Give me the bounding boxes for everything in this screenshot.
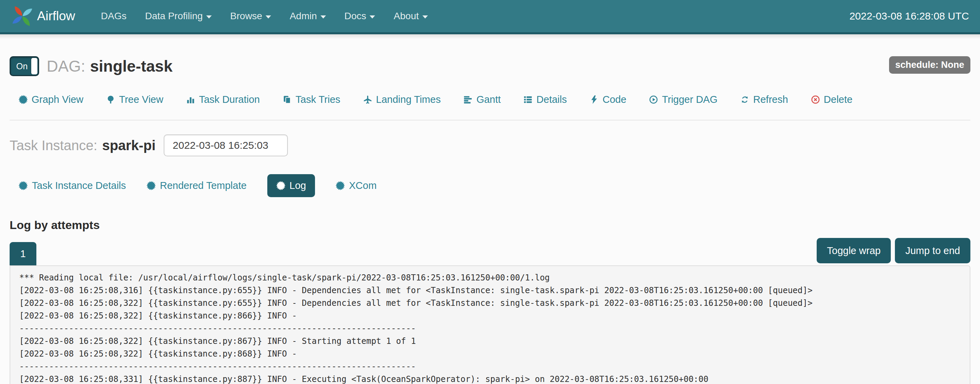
caret-down-icon <box>320 16 326 19</box>
dag-title-prefix: DAG: <box>47 57 85 75</box>
log-output[interactable]: *** Reading local file: /usr/local/airfl… <box>10 265 970 384</box>
refresh-icon <box>740 95 749 104</box>
nav-item-data-profiling[interactable]: Data Profiling <box>136 11 221 22</box>
log-attempts-toolbar: 1 Toggle wrap Jump to end <box>10 239 970 265</box>
log-line: [2022-03-08 16:25:08,322] {{taskinstance… <box>19 309 961 322</box>
toggle-knob <box>31 58 37 75</box>
nav-item-admin[interactable]: Admin <box>280 11 335 22</box>
log-line: [2022-03-08 16:25:08,331] {{taskinstance… <box>19 373 961 384</box>
x-circle-icon <box>811 95 820 104</box>
burst-icon <box>276 181 285 190</box>
log-by-attempts-heading: Log by attempts <box>10 218 970 232</box>
execution-date-input[interactable] <box>164 135 288 156</box>
dag-name: single-task <box>90 57 172 75</box>
play-circle-icon <box>649 95 658 104</box>
brand-name: Airflow <box>37 9 75 23</box>
tab-log[interactable]: Log <box>267 174 315 197</box>
log-line: ----------------------------------------… <box>19 360 961 373</box>
task-instance-tabs: Task Instance Details Rendered Template … <box>10 174 970 197</box>
top-navbar: Airflow DAGs Data Profiling Browse Admin… <box>0 0 980 34</box>
task-instance-label: Task Instance: <box>10 138 97 153</box>
tab-rendered-template[interactable]: Rendered Template <box>146 180 247 191</box>
burst-icon <box>19 95 28 104</box>
task-instance-row: Task Instance: spark-pi <box>10 135 970 156</box>
tab-tree-view[interactable]: Tree View <box>106 94 163 105</box>
tab-gantt[interactable]: Gantt <box>463 94 501 105</box>
log-line: [2022-03-08 16:25:08,316] {{taskinstance… <box>19 284 961 297</box>
nav-item-docs[interactable]: Docs <box>335 11 385 22</box>
navbar-shadow <box>0 34 980 39</box>
task-instance-name: spark-pi <box>102 138 156 153</box>
main-content: On DAG: single-task schedule: None Graph… <box>0 39 980 384</box>
dag-on-off-toggle[interactable]: On <box>10 56 39 76</box>
airflow-brand[interactable]: Airflow <box>11 5 75 27</box>
tab-xcom[interactable]: XCom <box>336 180 377 191</box>
caret-down-icon <box>266 16 271 19</box>
tab-graph-view[interactable]: Graph View <box>19 94 83 105</box>
divider <box>10 120 970 121</box>
log-line: ----------------------------------------… <box>19 322 961 335</box>
schedule-badge: schedule: None <box>889 56 970 74</box>
main-nav: DAGs Data Profiling Browse Admin Docs Ab… <box>92 11 437 22</box>
tab-task-instance-details[interactable]: Task Instance Details <box>19 180 126 191</box>
tab-code[interactable]: Code <box>590 94 626 105</box>
log-line: [2022-03-08 16:25:08,322] {{taskinstance… <box>19 335 961 348</box>
page-title: DAG: single-task <box>47 57 173 75</box>
log-line: [2022-03-08 16:25:08,322] {{taskinstance… <box>19 297 961 309</box>
tab-task-tries[interactable]: Task Tries <box>282 94 340 105</box>
burst-icon <box>19 181 28 190</box>
nav-item-dags[interactable]: DAGs <box>92 11 136 22</box>
copy-icon <box>282 95 292 104</box>
plane-icon <box>363 95 372 104</box>
tab-details[interactable]: Details <box>523 94 567 105</box>
button-delete[interactable]: Delete <box>811 94 853 105</box>
align-left-icon <box>463 95 473 104</box>
log-buttons: Toggle wrap Jump to end <box>817 238 970 263</box>
dag-header: On DAG: single-task schedule: None <box>10 56 970 76</box>
nav-item-browse[interactable]: Browse <box>221 11 280 22</box>
th-list-icon <box>523 95 533 104</box>
jump-to-end-button[interactable]: Jump to end <box>895 238 970 263</box>
caret-down-icon <box>206 16 212 19</box>
button-refresh[interactable]: Refresh <box>740 94 788 105</box>
airflow-pinwheel-logo-icon <box>11 5 33 27</box>
tab-task-duration[interactable]: Task Duration <box>186 94 260 105</box>
toggle-wrap-button[interactable]: Toggle wrap <box>817 238 891 263</box>
log-line: *** Reading local file: /usr/local/airfl… <box>19 271 961 284</box>
bar-chart-icon <box>186 95 195 104</box>
burst-icon <box>336 181 345 190</box>
utc-clock: 2022-03-08 16:28:08 UTC <box>849 10 969 22</box>
bolt-icon <box>590 95 599 104</box>
caret-down-icon <box>369 16 375 19</box>
nav-item-about[interactable]: About <box>384 11 437 22</box>
tab-landing-times[interactable]: Landing Times <box>363 94 441 105</box>
dag-view-tabs: Graph View Tree View Task Duration Task … <box>10 94 970 105</box>
burst-icon <box>146 181 156 190</box>
button-trigger-dag[interactable]: Trigger DAG <box>649 94 718 105</box>
tree-icon <box>106 95 115 104</box>
log-line: [2022-03-08 16:25:08,322] {{taskinstance… <box>19 348 961 360</box>
caret-down-icon <box>422 16 428 19</box>
attempt-1-tab[interactable]: 1 <box>10 242 37 265</box>
